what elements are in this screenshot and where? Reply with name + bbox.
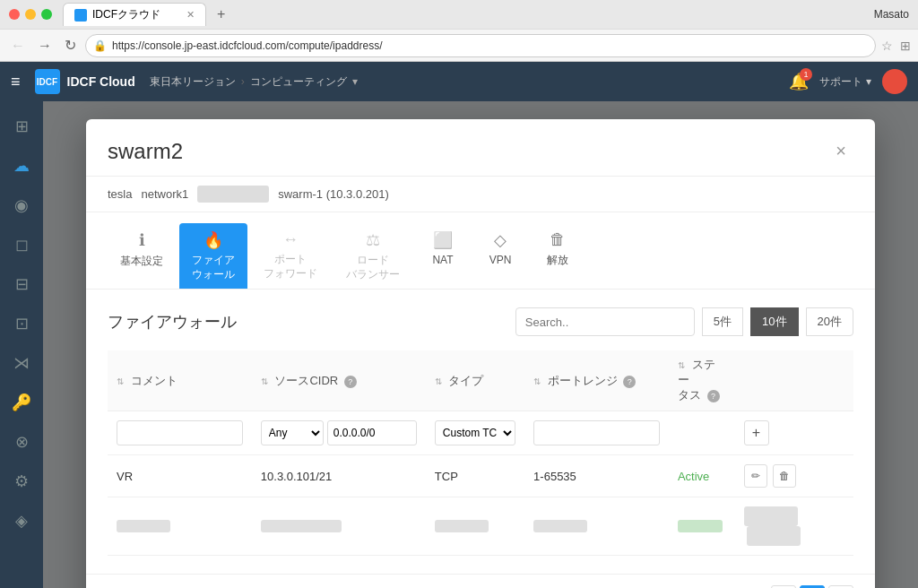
tab-close-icon[interactable]: ✕ bbox=[186, 9, 195, 21]
sidebar-item-ssh[interactable]: 🔑 bbox=[4, 385, 39, 420]
comment-input[interactable] bbox=[117, 420, 243, 445]
brand-name: IDCF Cloud bbox=[67, 74, 135, 89]
browser-toolbar: ← → ↻ 🔒 https://console.jp-east.idcfclou… bbox=[0, 29, 918, 61]
col-status: ⇅ ステータス ? bbox=[669, 350, 735, 411]
row2-port bbox=[524, 497, 669, 556]
firewall-section-header: ファイアウォール 5件 10件 20件 bbox=[108, 307, 853, 336]
notification-badge: 1 bbox=[800, 68, 812, 81]
address-text: https://console.jp-east.idcfcloud.com/co… bbox=[112, 39, 383, 52]
modal-dialog: swarm2 × tesla network1 swarm-1 (10.3.0.… bbox=[86, 119, 875, 588]
firewall-table: ⇅ コメント ⇅ ソースCIDR ? ⇅ タイプ bbox=[108, 350, 853, 556]
maximize-window-button[interactable] bbox=[41, 9, 52, 20]
section-controls: 5件 10件 20件 bbox=[515, 307, 853, 336]
dropdown-icon: ▾ bbox=[352, 75, 358, 88]
input-status-cell bbox=[669, 411, 735, 455]
avatar bbox=[882, 69, 907, 94]
tab-vpn[interactable]: ◇ VPN bbox=[473, 223, 527, 289]
sidebar: ⊞ ☁ ◉ ◻ ⊟ ⊡ ⋊ 🔑 ⊗ ⚙ ◈ bbox=[0, 101, 43, 588]
col-type: ⇅ タイプ bbox=[426, 350, 524, 411]
breadcrumb-region[interactable]: 東日本リージョン bbox=[150, 74, 236, 90]
refresh-button[interactable]: ↻ bbox=[61, 35, 80, 56]
row2-status bbox=[669, 497, 735, 556]
basic-icon: ℹ bbox=[139, 230, 145, 250]
row-type: TCP bbox=[426, 455, 524, 497]
count-10-button[interactable]: 10件 bbox=[750, 307, 798, 336]
row-status: Active bbox=[669, 455, 735, 497]
col-port-range-label: ポートレンジ bbox=[548, 374, 618, 387]
minimize-window-button[interactable] bbox=[25, 9, 36, 20]
tag-ip-blurred bbox=[197, 186, 269, 203]
tab-port-forward[interactable]: ↔ ポートフォワード bbox=[251, 223, 330, 289]
input-row: Any Custom TCP bbox=[108, 411, 853, 455]
sidebar-item-compute[interactable]: ☁ bbox=[4, 148, 39, 184]
modal-tabs: ℹ 基本設定 🔥 ファイアウォール ↔ ポートフォワード ⚖ ロードバランサー bbox=[86, 212, 875, 290]
table-header-row: ⇅ コメント ⇅ ソースCIDR ? ⇅ タイプ bbox=[108, 350, 853, 411]
forward-button[interactable]: → bbox=[34, 36, 56, 56]
support-button[interactable]: サポート ▾ bbox=[819, 74, 871, 90]
sort-port-icon: ⇅ bbox=[533, 376, 541, 386]
toolbar-right: ☆ ⊞ bbox=[881, 39, 911, 53]
port-range-input[interactable] bbox=[533, 420, 660, 445]
notification-icon[interactable]: 🔔 1 bbox=[789, 72, 809, 91]
blurred-action2 bbox=[747, 526, 801, 546]
blurred-type bbox=[435, 520, 489, 532]
brand-logo: IDCF bbox=[35, 69, 60, 94]
sidebar-item-service[interactable]: ◈ bbox=[4, 503, 39, 539]
table-row: VR 10.3.0.101/21 TCP 1-65535 Active ✏ 🗑 bbox=[108, 455, 853, 497]
tab-nat[interactable]: ⬜ NAT bbox=[416, 223, 470, 289]
sidebar-item-network[interactable]: ⋊ bbox=[4, 345, 39, 381]
browser-tabs: IDCFクラウド ✕ + bbox=[63, 3, 874, 26]
top-nav: ≡ IDCF IDCF Cloud 東日本リージョン › コンピューティング ▾… bbox=[0, 62, 918, 101]
row2-type bbox=[426, 497, 524, 556]
nav-right: 🔔 1 サポート ▾ bbox=[789, 69, 907, 94]
tab-load-balancer[interactable]: ⚖ ロードバランサー bbox=[333, 223, 412, 289]
tab-release-label: 解放 bbox=[547, 253, 568, 268]
sidebar-item-snapshot[interactable]: ◻ bbox=[4, 227, 39, 263]
type-select[interactable]: Custom TCP bbox=[435, 420, 515, 445]
input-action-cell: + bbox=[735, 411, 853, 455]
new-tab-button[interactable]: + bbox=[208, 3, 234, 26]
sidebar-item-account[interactable]: ⚙ bbox=[4, 463, 39, 499]
sidebar-item-home[interactable]: ⊞ bbox=[4, 108, 39, 144]
sidebar-item-backup[interactable]: ⊗ bbox=[4, 424, 39, 460]
sidebar-item-template[interactable]: ⊡ bbox=[4, 306, 39, 342]
active-tab[interactable]: IDCFクラウド ✕ bbox=[63, 3, 206, 26]
search-input[interactable] bbox=[515, 307, 695, 336]
status-active-label: Active bbox=[678, 470, 709, 483]
back-button[interactable]: ← bbox=[7, 36, 29, 56]
vpn-icon: ◇ bbox=[494, 230, 507, 250]
count-5-button[interactable]: 5件 bbox=[702, 307, 743, 336]
blurred-port bbox=[533, 520, 587, 532]
bookmark-icon[interactable]: ☆ bbox=[881, 39, 893, 53]
firewall-section-title: ファイアウォール bbox=[108, 311, 237, 333]
breadcrumb: 東日本リージョン › コンピューティング ▾ bbox=[150, 74, 358, 90]
cidr-any-select[interactable]: Any bbox=[261, 420, 324, 445]
col-type-label: タイプ bbox=[448, 374, 483, 387]
cidr-value-input[interactable] bbox=[327, 420, 417, 445]
tab-port-forward-label: ポートフォワード bbox=[264, 253, 317, 281]
tab-basic[interactable]: ℹ 基本設定 bbox=[108, 223, 176, 289]
sidebar-item-storage[interactable]: ⊟ bbox=[4, 266, 39, 302]
edit-button[interactable]: ✏ bbox=[744, 464, 767, 488]
breadcrumb-computing[interactable]: コンピューティング bbox=[250, 74, 347, 90]
sidebar-item-ip[interactable]: ◉ bbox=[4, 187, 39, 223]
close-window-button[interactable] bbox=[9, 9, 20, 20]
address-bar[interactable]: 🔒 https://console.jp-east.idcfcloud.com/… bbox=[85, 34, 876, 57]
blurred-comment bbox=[117, 520, 170, 532]
add-rule-button[interactable]: + bbox=[744, 420, 769, 445]
modal-close-button[interactable]: × bbox=[828, 137, 853, 165]
input-cidr-cell: Any bbox=[252, 411, 426, 455]
status-help-icon: ? bbox=[707, 390, 720, 402]
count-20-button[interactable]: 20件 bbox=[806, 307, 853, 336]
tab-firewall[interactable]: 🔥 ファイアウォール bbox=[179, 223, 247, 289]
tab-title: IDCFクラウド bbox=[92, 7, 160, 22]
tab-release[interactable]: 🗑 解放 bbox=[531, 223, 585, 289]
browser-chrome: IDCFクラウド ✕ + Masato ← → ↻ 🔒 https://cons… bbox=[0, 0, 918, 62]
tag-tesla: tesla bbox=[108, 187, 132, 201]
input-comment-cell bbox=[108, 411, 252, 455]
input-port-cell bbox=[524, 411, 669, 455]
extensions-icon[interactable]: ⊞ bbox=[900, 39, 911, 53]
hamburger-icon[interactable]: ≡ bbox=[11, 73, 21, 91]
support-label: サポート bbox=[819, 74, 862, 90]
delete-button[interactable]: 🗑 bbox=[773, 464, 796, 488]
